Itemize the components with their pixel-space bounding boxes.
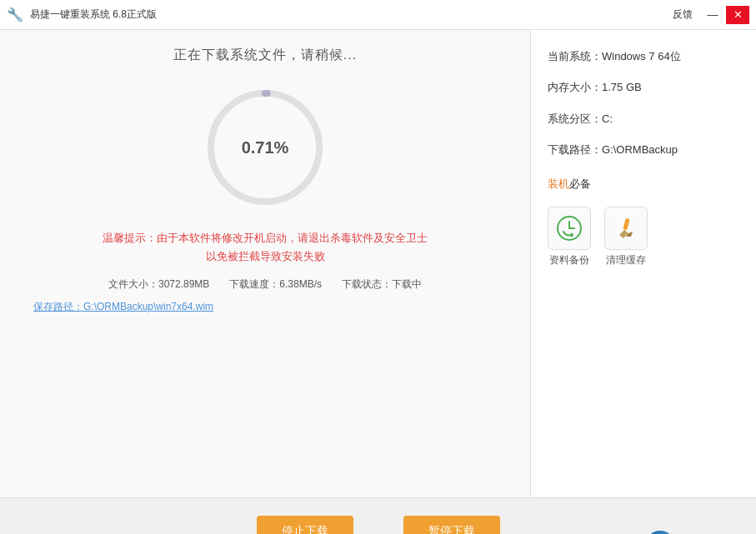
current-system: 当前系统：Windows 7 64位	[548, 50, 681, 62]
minimize-button[interactable]: —	[701, 6, 724, 24]
pause-download-button[interactable]: 暂停下载	[403, 516, 500, 535]
download-title: 正在下载系统文件，请稍候...	[173, 47, 357, 64]
partition: 系统分区：C:	[548, 112, 613, 125]
warning-line1: 温馨提示：由于本软件将修改开机启动，请退出杀毒软件及安全卫士	[103, 229, 428, 247]
main-container: 正在下载系统文件，请稍候... 0.71% 温馨提示：由于本软件将修改开机启动，…	[0, 30, 756, 497]
right-panel: 当前系统：Windows 7 64位 内存大小：1.75 GB 系统分区：C: …	[531, 30, 756, 497]
memory-row: 内存大小：1.75 GB	[548, 77, 739, 97]
progress-circle-container: 0.71%	[198, 81, 332, 214]
download-path-row: 下载路径：G:\ORMBackup	[548, 140, 739, 159]
file-size: 文件大小：3072.89MB	[108, 277, 209, 292]
app-icon: 🔧	[7, 7, 23, 23]
tool-backup[interactable]: 资料备份	[548, 207, 591, 267]
left-panel: 正在下载系统文件，请稍候... 0.71% 温馨提示：由于本软件将修改开机启动，…	[0, 30, 531, 497]
section-title-normal: 必备	[569, 177, 591, 190]
tools-row: 资料备份 清理缓存	[548, 207, 739, 267]
progress-inner: 0.71%	[242, 138, 289, 157]
clean-label: 清理缓存	[606, 253, 646, 267]
warning-text: 温馨提示：由于本软件将修改开机启动，请退出杀毒软件及安全卫士 以免被拦截导致安装…	[103, 229, 428, 266]
feedback-button[interactable]: 反馈	[666, 7, 699, 22]
warning-line2: 以免被拦截导致安装失败	[103, 247, 428, 266]
memory: 内存大小：1.75 GB	[548, 81, 642, 93]
watermark-icon	[645, 531, 675, 534]
download-path: 下载路径：G:\ORMBackup	[548, 143, 678, 156]
watermark: 新云下载 www.newasp.net	[645, 531, 748, 534]
title-bar-right: 反馈 — ✕	[666, 6, 749, 24]
backup-icon-box	[548, 207, 591, 250]
title-bar-left: 🔧 易捷一键重装系统 6.8正式版	[7, 7, 157, 23]
tool-clean[interactable]: 清理缓存	[604, 207, 648, 267]
progress-percent: 0.71%	[242, 138, 289, 157]
save-path[interactable]: 保存路径：G:\ORMBackup\win7x64.wim	[17, 300, 513, 314]
title-bar: 🔧 易捷一键重装系统 6.8正式版 反馈 — ✕	[0, 0, 756, 30]
download-speed: 下载速度：6.38MB/s	[229, 277, 322, 292]
svg-rect-3	[623, 217, 629, 230]
action-area: 停止下载 暂停下载	[0, 497, 756, 534]
backup-icon	[554, 213, 584, 243]
section-title-accent: 装机	[548, 177, 569, 190]
download-status: 下载状态：下载中	[342, 277, 422, 292]
app-title: 易捷一键重装系统 6.8正式版	[30, 7, 157, 22]
clean-icon-box	[604, 207, 648, 250]
clean-icon	[611, 213, 641, 243]
backup-label: 资料备份	[549, 253, 589, 267]
section-title: 装机必备	[548, 177, 739, 192]
current-system-row: 当前系统：Windows 7 64位	[548, 47, 739, 66]
close-button[interactable]: ✕	[726, 6, 749, 24]
download-info: 文件大小：3072.89MB 下载速度：6.38MB/s 下载状态：下载中	[17, 277, 513, 292]
stop-download-button[interactable]: 停止下载	[257, 516, 353, 535]
partition-row: 系统分区：C:	[548, 109, 739, 128]
